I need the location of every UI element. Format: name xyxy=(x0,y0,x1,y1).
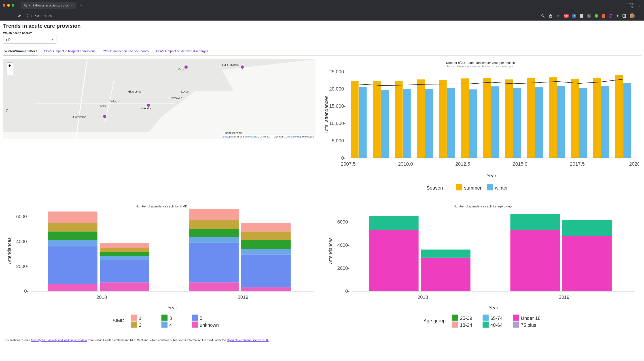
page-content: Trends in acute care provision Which hea… xyxy=(0,20,644,347)
back-button[interactable]: ← xyxy=(3,14,7,18)
svg-rect-56 xyxy=(48,240,98,247)
cursor-coordinates: 1,225 49 xyxy=(623,3,634,8)
svg-text:2010.0: 2010.0 xyxy=(398,161,413,167)
extension-green-icon[interactable] xyxy=(594,14,598,18)
url-bar[interactable]: i 127.0.0.1:4228 xyxy=(24,13,64,18)
svg-text:25,000-: 25,000- xyxy=(329,70,346,74)
map[interactable]: + − Saint AndrewsCuparGlenrothesLevenBuc… xyxy=(3,59,316,139)
map-label: Glenrothes xyxy=(128,90,141,93)
svg-rect-14 xyxy=(395,81,403,158)
map-marker[interactable] xyxy=(184,65,188,69)
svg-rect-64 xyxy=(100,248,149,252)
tab-covid-discharges[interactable]: COVID impact on delayed discharges xyxy=(156,48,209,55)
abp-extension-icon[interactable]: ABP xyxy=(564,14,569,18)
svg-rect-100 xyxy=(369,230,418,291)
svg-rect-102 xyxy=(421,258,470,291)
map-label: y xyxy=(6,108,8,111)
extension-purple-icon[interactable] xyxy=(609,14,612,18)
site-info-icon[interactable]: i xyxy=(26,14,29,17)
svg-text:2017.5: 2017.5 xyxy=(570,161,585,167)
svg-rect-85 xyxy=(162,315,168,321)
forward-button[interactable]: → xyxy=(10,14,14,18)
new-tab-button[interactable]: + xyxy=(78,2,84,9)
zoom-in-button[interactable]: + xyxy=(6,63,13,69)
window-close-button[interactable] xyxy=(3,4,5,7)
svg-rect-25 xyxy=(513,88,521,158)
tab-winter-summer[interactable]: Winter/Summer effect xyxy=(4,48,37,55)
svg-text:2018: 2018 xyxy=(96,295,107,300)
svg-rect-106 xyxy=(510,214,560,230)
search-icon[interactable] xyxy=(541,14,545,18)
svg-rect-55 xyxy=(48,246,98,284)
svg-text:65-74: 65-74 xyxy=(490,316,503,321)
svg-text:unknown: unknown xyxy=(200,323,219,328)
svg-rect-115 xyxy=(482,315,488,321)
footer-link-data[interactable]: Monthly A&E activity and waiting times d… xyxy=(31,339,87,342)
map-marker[interactable] xyxy=(103,115,106,118)
tab-covid-bed[interactable]: COVID impact on bed occupancy xyxy=(102,48,149,55)
svg-rect-15 xyxy=(403,89,411,158)
extension-hdark-icon[interactable]: h. xyxy=(587,14,591,18)
svg-rect-117 xyxy=(513,315,519,321)
svg-text:Year: Year xyxy=(486,173,496,178)
map-label: Saint Andrews xyxy=(222,63,239,66)
svg-rect-30 xyxy=(571,79,579,158)
footer-link-licence[interactable]: Open Government Licence v3.0. xyxy=(227,339,268,342)
window-maximize-button[interactable] xyxy=(12,4,14,7)
share-icon[interactable] xyxy=(548,14,552,18)
svg-rect-107 xyxy=(562,236,612,291)
map-marker[interactable] xyxy=(147,104,150,107)
tab-covid-admissions[interactable]: COVID impact in hospital admissions xyxy=(44,48,96,55)
chevron-down-icon[interactable]: ⌄ xyxy=(638,3,641,7)
window-minimize-button[interactable] xyxy=(7,4,10,7)
svg-rect-11 xyxy=(359,87,367,158)
extensions-icon[interactable]: ✦ xyxy=(616,14,619,18)
health-board-select[interactable]: Fife ▼ xyxy=(3,36,57,43)
svg-text:6000-: 6000- xyxy=(337,220,350,225)
map-label: Dunfermline xyxy=(72,116,86,119)
star-icon[interactable]: ☆ xyxy=(556,14,560,18)
extension-h-icon[interactable]: h xyxy=(572,14,576,18)
reload-button[interactable]: ⟳ xyxy=(17,14,21,18)
menu-icon[interactable]: ⋮ xyxy=(638,14,641,18)
extension-red-icon[interactable] xyxy=(602,14,605,18)
svg-rect-119 xyxy=(452,322,458,328)
extension-doc-icon[interactable] xyxy=(580,14,584,18)
svg-text:3: 3 xyxy=(169,316,172,321)
svg-rect-26 xyxy=(527,78,535,158)
tab-title: <h3>Trends in acute care provi xyxy=(29,4,69,7)
svg-rect-83 xyxy=(131,315,137,321)
zoom-out-button[interactable]: − xyxy=(6,69,13,75)
svg-text:75 plus: 75 plus xyxy=(521,323,536,328)
close-tab-icon[interactable]: × xyxy=(71,3,73,7)
svg-text:2: 2 xyxy=(139,323,142,328)
chart-subtitle: line indicating average number of attend… xyxy=(322,65,639,67)
svg-text:40-64: 40-64 xyxy=(490,323,503,328)
svg-text:Attendances: Attendances xyxy=(7,238,12,264)
svg-text:5: 5 xyxy=(200,316,202,321)
globe-icon xyxy=(24,4,27,7)
chart-title: Number of A&E attendances per year, per … xyxy=(322,61,639,65)
svg-text:0-: 0- xyxy=(342,155,346,161)
svg-text:2019: 2019 xyxy=(559,295,570,300)
svg-text:2000-: 2000- xyxy=(337,266,350,271)
browser-tab[interactable]: <h3>Trends in acute care provi × xyxy=(21,2,76,9)
svg-rect-123 xyxy=(513,322,519,328)
svg-text:1: 1 xyxy=(139,316,142,321)
side-panel-icon[interactable] xyxy=(622,14,626,18)
svg-rect-61 xyxy=(100,260,149,283)
svg-text:2020: 2020 xyxy=(629,161,639,167)
chart-title: Number of attendances split by SIMD xyxy=(5,205,318,208)
svg-rect-17 xyxy=(425,89,433,158)
svg-rect-27 xyxy=(535,87,543,158)
chart-seasonal: Number of A&E attendances per year, per … xyxy=(320,59,641,199)
svg-text:4: 4 xyxy=(169,323,172,328)
svg-rect-113 xyxy=(452,315,458,321)
svg-rect-33 xyxy=(601,86,609,158)
profile-avatar[interactable] xyxy=(630,13,634,18)
svg-text:20,000-: 20,000- xyxy=(329,86,346,92)
svg-text:15,000-: 15,000- xyxy=(329,103,346,109)
svg-rect-75 xyxy=(241,249,291,255)
svg-rect-108 xyxy=(562,220,612,236)
svg-point-0 xyxy=(542,14,544,17)
